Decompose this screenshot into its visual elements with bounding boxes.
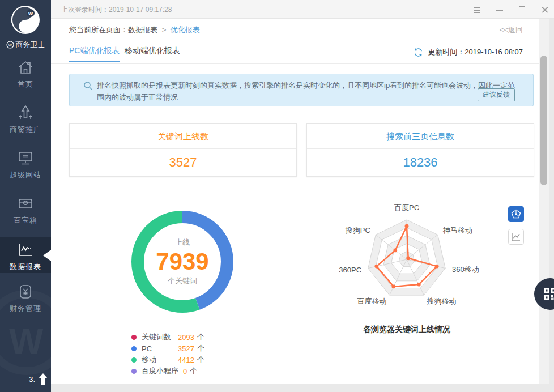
radar-data-point[interactable]: [435, 265, 439, 269]
active-item-notch: [43, 250, 51, 261]
sidebar-item-label: 首页: [0, 79, 51, 90]
legend-unit: 个: [197, 343, 204, 353]
app-window: W W w 商务卫士 首页: [0, 0, 554, 392]
radar-axis-label: 神马移动: [443, 225, 472, 236]
tab-mobile-report[interactable]: 移动端优化报表: [125, 46, 180, 61]
menu-icon[interactable]: [472, 5, 481, 14]
breadcrumb: 您当前所在页面：数据报表 > 优化报表: [69, 25, 200, 35]
brand-badge-icon: w: [6, 41, 14, 49]
radar-title: 各浏览器关键词上线情况: [327, 325, 486, 335]
scrollbar-track[interactable]: [539, 19, 549, 384]
radar-chart: 百度PC神马移动360移动搜狗移动百度移动360PC搜狗PC: [339, 206, 475, 319]
qr-code-icon: [543, 287, 554, 301]
radar-axis-label: 360移动: [452, 265, 479, 275]
card-value: 3527: [70, 149, 296, 176]
search-icon: [83, 81, 93, 91]
notice-banner: 排名快照抓取的是报表更新时刻的真实数据，搜索引擎的排名是实时变化的，且不同地区i…: [69, 74, 534, 106]
promote-arrows-icon: [17, 104, 34, 121]
legend-label: 移动: [142, 355, 173, 365]
radar-data-point[interactable]: [393, 249, 397, 253]
radar-chart-icon: [511, 209, 521, 219]
line-chart-icon: [511, 232, 521, 242]
scroll-top-arrow-icon[interactable]: [37, 373, 49, 385]
brand-name: 商务卫士: [16, 40, 45, 50]
feedback-button[interactable]: 建议反馈: [478, 88, 515, 101]
tabs-row: PC端优化报表 移动端优化报表 更新时间：2019-10-16 08:07: [51, 40, 539, 64]
breadcrumb-parent: 您当前所在页面：数据报表: [69, 25, 157, 34]
radar-data-point[interactable]: [417, 283, 421, 287]
radar-data-point[interactable]: [392, 285, 396, 289]
breadcrumb-separator: >: [162, 25, 167, 34]
yuan-wallet-icon: [17, 283, 34, 300]
legend-dot: [131, 369, 137, 374]
legend-label: PC: [142, 344, 173, 353]
brand: W w 商务卫士: [0, 5, 51, 50]
sidebar-item-label: 数据报表: [0, 262, 51, 272]
svg-text:W: W: [28, 11, 33, 16]
legend-item-移动[interactable]: 移动4412个: [131, 354, 204, 365]
maximize-icon[interactable]: [518, 5, 527, 14]
sidebar-item-home[interactable]: 首页: [0, 59, 51, 90]
back-link[interactable]: <<返回: [500, 25, 523, 35]
sidebar-item-label: 商贸推广: [0, 125, 51, 135]
sidebar-item-label: 百宝箱: [0, 215, 51, 225]
titlebar: 上次登录时间：2019-10-17 09:17:28: [51, 0, 554, 19]
radar-view-button[interactable]: [508, 206, 524, 222]
legend-dot: [131, 357, 137, 363]
radar-axis-label: 百度移动: [357, 296, 386, 306]
line-view-button[interactable]: [508, 229, 524, 245]
legend-value: 2093: [178, 333, 194, 342]
legend-dot: [131, 335, 137, 340]
legend-value: 3527: [178, 344, 194, 353]
sidebar: W W w 商务卫士 首页: [0, 0, 51, 392]
top3-pages-card: 搜索前三页信息数 18236: [306, 123, 534, 177]
sidebar-item-website[interactable]: 超级网站: [0, 150, 51, 180]
legend-item-百度小程序[interactable]: 百度小程序0个: [131, 365, 204, 377]
radar-axis-label: 百度PC: [394, 203, 419, 213]
legend-value: 0: [183, 367, 187, 376]
sidebar-item-label: 超级网站: [0, 170, 51, 180]
scrollbar-thumb[interactable]: [540, 56, 547, 185]
card-value: 18236: [307, 149, 534, 176]
radar-axis-label: 360PC: [339, 266, 361, 274]
svg-text:w: w: [8, 42, 12, 48]
sidebar-item-promotion[interactable]: 商贸推广: [0, 104, 51, 135]
legend-unit: 个: [197, 332, 204, 342]
radar-data-point[interactable]: [374, 265, 378, 269]
keyword-online-card: 关键词上线数 3527: [69, 123, 297, 177]
legend-unit: 个: [197, 355, 204, 365]
legend-value: 4412: [178, 356, 194, 364]
minimize-icon[interactable]: [495, 5, 504, 14]
app-logo-icon: W: [10, 5, 41, 35]
breadcrumb-row: 您当前所在页面：数据报表 > 优化报表 <<返回: [51, 19, 539, 40]
breadcrumb-current[interactable]: 优化报表: [171, 25, 200, 34]
donut-legend: 关键词数2093个PC3527个移动4412个百度小程序0个: [131, 331, 204, 377]
toolbox-icon: [17, 195, 34, 212]
radar-data-point[interactable]: [406, 256, 410, 260]
sidebar-item-label: 财务管理: [0, 304, 51, 314]
tab-pc-report[interactable]: PC端优化报表: [69, 46, 120, 62]
radar-data-point[interactable]: [405, 224, 409, 228]
sidebar-item-toolbox[interactable]: 百宝箱: [0, 195, 51, 225]
legend-item-PC[interactable]: PC3527个: [131, 343, 204, 354]
legend-label: 百度小程序: [142, 366, 178, 376]
notice-text: 排名快照抓取的是报表更新时刻的真实数据，搜索引擎的排名是实时变化的，且不同地区i…: [97, 79, 517, 103]
sidebar-item-finance[interactable]: 财务管理: [0, 283, 51, 314]
home-icon: [17, 59, 34, 76]
update-time: 更新时间：2019-10-16 08:07: [428, 47, 523, 57]
last-login-time: 上次登录时间：2019-10-17 09:17:28: [61, 5, 172, 15]
report-chart-icon: [17, 241, 34, 258]
card-title: 关键词上线数: [70, 124, 296, 149]
legend-item-关键词数[interactable]: 关键词数2093个: [131, 331, 204, 343]
radar-axis-label: 搜狗移动: [427, 296, 457, 306]
sidebar-bottom-text: 3.: [29, 375, 35, 384]
legend-dot: [131, 346, 137, 351]
watermark-w: W: [9, 321, 43, 363]
donut-chart: 上线 7939 个关键词: [129, 208, 236, 316]
card-title: 搜索前三页信息数: [307, 124, 534, 149]
legend-label: 关键词数: [142, 332, 173, 342]
close-icon[interactable]: [540, 5, 549, 14]
radar-axis-label: 搜狗PC: [346, 225, 370, 236]
refresh-icon[interactable]: [414, 48, 423, 57]
monitor-icon: [17, 150, 34, 167]
